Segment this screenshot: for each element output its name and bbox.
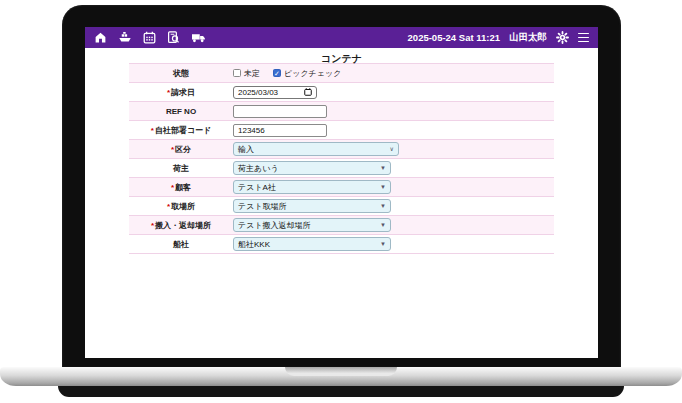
select-value: 荷主あいう	[238, 163, 279, 174]
laptop-shadow	[58, 386, 624, 397]
form-row-category: *区分輸入∨	[129, 139, 554, 158]
required-marker: *	[151, 126, 154, 135]
checkbox-label: ピックチェック	[284, 68, 341, 79]
select-value: テスト搬入返却場所	[238, 220, 311, 231]
checkbox-option[interactable]: 未定	[233, 68, 260, 79]
chevron-down-icon: ▼	[380, 184, 386, 190]
pickup-place-select[interactable]: テスト取場所▼	[233, 199, 391, 213]
form-row-company-dept-code: *自社部署コード	[129, 120, 554, 139]
field-label-text: REF NO	[166, 107, 196, 116]
calendar-icon[interactable]	[143, 31, 156, 44]
app-header: 2025-05-24 Sat 11:21 山田太郎	[85, 27, 598, 48]
shipping-line-select[interactable]: 船社KKK▼	[233, 237, 391, 251]
field-label-text: 区分	[175, 144, 191, 155]
checkbox-checked: ✓	[273, 69, 281, 77]
laptop-notch	[285, 367, 397, 376]
field-label-text: 請求日	[171, 87, 195, 98]
company-dept-code-input[interactable]	[233, 124, 327, 137]
laptop-bezel: 2025-05-24 Sat 11:21 山田太郎 コンテナ 状態未定✓ピックチ…	[62, 5, 621, 368]
shipper-select[interactable]: 荷主あいう▼	[233, 161, 391, 175]
field-label-text: 船社	[173, 239, 189, 250]
field-control-category: 輸入∨	[233, 142, 554, 156]
chevron-down-icon: ▼	[380, 165, 386, 171]
required-marker: *	[171, 145, 174, 154]
select-value: テスト取場所	[238, 201, 287, 212]
form-row-carry-in-return-place: *搬入・返却場所テスト搬入返却場所▼	[129, 215, 554, 234]
field-control-shipper: 荷主あいう▼	[233, 161, 554, 175]
field-control-pickup-place: テスト取場所▼	[233, 199, 554, 213]
menu-icon[interactable]	[578, 33, 589, 42]
field-label-text: 荷主	[173, 163, 189, 174]
ref-no-input[interactable]	[233, 105, 327, 118]
field-label-ref-no: REF NO	[129, 107, 233, 116]
calendar-field-icon	[304, 88, 312, 96]
field-label-carry-in-return-place: *搬入・返却場所	[129, 220, 233, 231]
field-label-text: 自社部署コード	[155, 125, 211, 136]
field-label-shipper: 荷主	[129, 163, 233, 174]
customer-select[interactable]: テストA社▼	[233, 180, 391, 194]
field-label-text: 顧客	[175, 182, 191, 193]
container-form: 状態未定✓ピックチェック*請求日2025/03/03REF NO*自社部署コード…	[129, 63, 554, 254]
field-control-billing-date: 2025/03/03	[233, 86, 554, 99]
field-label-text: 状態	[173, 68, 189, 79]
page-title: コンテナ	[85, 48, 598, 63]
field-label-text: 搬入・返却場所	[155, 220, 211, 231]
checkbox-label: 未定	[244, 68, 260, 79]
required-marker: *	[151, 221, 154, 230]
field-control-ref-no	[233, 105, 554, 118]
header-datetime: 2025-05-24 Sat 11:21	[408, 32, 500, 43]
date-value: 2025/03/03	[238, 88, 278, 97]
field-label-category: *区分	[129, 144, 233, 155]
form-row-shipping-line: 船社船社KKK▼	[129, 234, 554, 253]
select-value: 輸入	[238, 144, 254, 155]
chevron-down-icon: ∨	[390, 146, 394, 152]
form-row-pickup-place: *取場所テスト取場所▼	[129, 196, 554, 215]
required-marker: *	[167, 88, 170, 97]
field-label-customer: *顧客	[129, 182, 233, 193]
chevron-down-icon: ▼	[380, 241, 386, 247]
checkbox-unchecked	[233, 69, 241, 77]
page: 2025-05-24 Sat 11:21 山田太郎 コンテナ 状態未定✓ピックチ…	[0, 0, 682, 403]
billing-date-input[interactable]: 2025/03/03	[233, 86, 317, 99]
truck-icon[interactable]	[191, 31, 206, 44]
form-row-ref-no: REF NO	[129, 101, 554, 120]
required-marker: *	[171, 183, 174, 192]
app-header-right: 2025-05-24 Sat 11:21 山田太郎	[408, 31, 589, 44]
document-search-icon[interactable]	[167, 31, 180, 44]
field-label-status: 状態	[129, 68, 233, 79]
header-username[interactable]: 山田太郎	[509, 31, 547, 44]
select-value: テストA社	[238, 182, 276, 193]
category-select[interactable]: 輸入∨	[233, 142, 399, 156]
home-icon[interactable]	[94, 31, 107, 44]
field-label-company-dept-code: *自社部署コード	[129, 125, 233, 136]
field-label-billing-date: *請求日	[129, 87, 233, 98]
field-label-shipping-line: 船社	[129, 239, 233, 250]
required-marker: *	[167, 202, 170, 211]
select-value: 船社KKK	[238, 239, 270, 250]
checkbox-option[interactable]: ✓ピックチェック	[273, 68, 341, 79]
form-row-customer: *顧客テストA社▼	[129, 177, 554, 196]
form-row-billing-date: *請求日2025/03/03	[129, 82, 554, 101]
laptop-screen: 2025-05-24 Sat 11:21 山田太郎 コンテナ 状態未定✓ピックチ…	[85, 27, 598, 358]
gear-icon[interactable]	[556, 31, 569, 44]
field-control-company-dept-code	[233, 124, 554, 137]
app-nav-icons	[94, 31, 206, 44]
chevron-down-icon: ▼	[380, 222, 386, 228]
field-control-shipping-line: 船社KKK▼	[233, 237, 554, 251]
field-label-pickup-place: *取場所	[129, 201, 233, 212]
field-label-text: 取場所	[171, 201, 195, 212]
field-control-carry-in-return-place: テスト搬入返却場所▼	[233, 218, 554, 232]
chevron-down-icon: ▼	[380, 203, 386, 209]
ship-icon[interactable]	[118, 31, 132, 44]
field-control-customer: テストA社▼	[233, 180, 554, 194]
form-row-shipper: 荷主荷主あいう▼	[129, 158, 554, 177]
carry-in-return-place-select[interactable]: テスト搬入返却場所▼	[233, 218, 391, 232]
field-control-status: 未定✓ピックチェック	[233, 68, 554, 79]
